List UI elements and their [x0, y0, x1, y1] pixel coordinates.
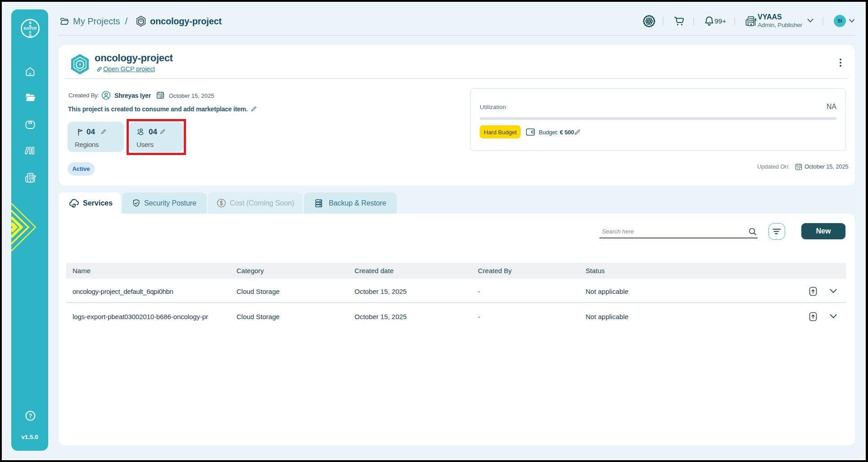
svg-text:?: ?: [29, 413, 32, 419]
svg-text:R: R: [29, 33, 32, 37]
